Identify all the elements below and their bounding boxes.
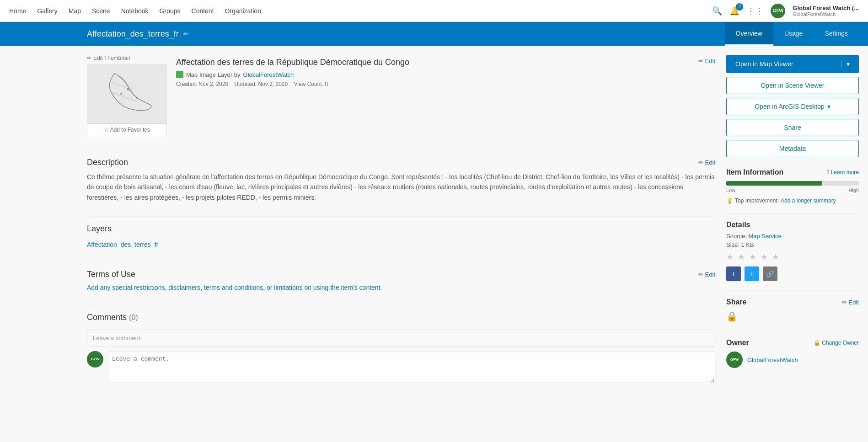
- notification-bell[interactable]: 🔔 2: [729, 6, 739, 16]
- svg-point-2: [136, 97, 138, 99]
- thumbnail-edit-link[interactable]: ✏ Edit Thumbnail: [87, 55, 167, 61]
- apps-grid-icon[interactable]: ⋮⋮: [747, 6, 763, 16]
- terms-link[interactable]: Add any special restrictions, disclaimer…: [87, 284, 382, 291]
- tab-overview[interactable]: Overview: [725, 22, 773, 46]
- nav-content[interactable]: Content: [192, 7, 214, 15]
- link-share-button[interactable]: 🔗: [763, 266, 777, 281]
- title-bar-tabs: Overview Usage Settings: [725, 22, 859, 46]
- divider-comments: [87, 305, 715, 305]
- progress-high-label: High: [848, 187, 859, 193]
- tab-usage[interactable]: Usage: [773, 22, 814, 46]
- item-edit-button[interactable]: ✏ Edit: [698, 58, 715, 64]
- author-link[interactable]: GlobalForestWatch: [243, 71, 294, 78]
- item-meta-top: Affectation des terres de la République …: [176, 58, 715, 87]
- svg-point-1: [127, 88, 129, 91]
- owner-info: GFW GlobalForestWatch: [726, 351, 859, 368]
- title-bar-left: Affectation_des_terres_fr ✏: [87, 29, 189, 39]
- share-button[interactable]: Share: [726, 119, 859, 136]
- progress-fill: [726, 181, 822, 186]
- learn-more-link[interactable]: ? Learn more: [826, 169, 859, 176]
- description-section: Description ✏ Edit Ce thème présente la …: [87, 150, 715, 202]
- terms-header: Terms of Use ✏ Edit: [87, 270, 715, 279]
- comments-section: Comments (0) Leave a comment. GFW: [87, 305, 715, 383]
- star-5[interactable]: ★: [772, 252, 780, 261]
- title-edit-icon[interactable]: ✏: [183, 30, 189, 37]
- star-4[interactable]: ★: [761, 252, 769, 261]
- nav-links: Home Gallery Map Scene Notebook Groups C…: [9, 7, 712, 15]
- lock-icon: 🔒: [726, 311, 738, 321]
- map-svg: [87, 64, 166, 123]
- item-type-label: Map Image Layer by: [186, 71, 241, 78]
- twitter-share-button[interactable]: t: [745, 266, 759, 281]
- rating-stars: ★ ★ ★ ★ ★: [726, 252, 859, 262]
- comment-input-area: GFW: [87, 351, 715, 383]
- user-display-name: Global Forest Watch (...: [793, 5, 859, 11]
- layers-section: Layers Affectation_des_terres_fr: [87, 216, 715, 248]
- star-1[interactable]: ★: [726, 252, 734, 261]
- open-arcgis-desktop-button[interactable]: Open in ArcGIS Desktop ▾: [726, 98, 859, 115]
- progress-low-label: Low: [726, 187, 735, 193]
- details-section: Details Source: Map Service Size: 1 KB ★…: [726, 213, 859, 281]
- owner-avatar: GFW: [726, 351, 743, 368]
- source-link[interactable]: Map Service: [748, 233, 781, 240]
- thumbnail-container: ✏ Edit Thumbnail: [87, 55, 167, 136]
- nav-notebook[interactable]: Notebook: [121, 7, 149, 15]
- comment-user-avatar: GFW: [87, 351, 103, 367]
- nav-organization[interactable]: Organization: [225, 7, 261, 15]
- sidebar: Open in Map Viewer ▾ Open in Scene Viewe…: [726, 55, 859, 397]
- change-owner-link[interactable]: 🔒 Change Owner: [814, 340, 859, 346]
- item-information-section: Item Information ? Learn more Low High 💡…: [726, 168, 859, 204]
- lightbulb-icon: 💡: [726, 197, 733, 204]
- description-title: Description: [87, 158, 128, 167]
- owner-header: Owner 🔒 Change Owner: [726, 339, 859, 347]
- owner-title: Owner: [726, 339, 749, 347]
- comments-count: (0): [129, 314, 138, 321]
- comment-textarea[interactable]: [108, 351, 715, 383]
- owner-section: Owner 🔒 Change Owner GFW GlobalForestWat…: [726, 331, 859, 368]
- dropdown-arrow-icon: ▾: [841, 60, 850, 68]
- main-layout: ✏ Edit Thumbnail: [0, 46, 868, 406]
- content-area: ✏ Edit Thumbnail: [87, 55, 715, 397]
- pencil-icon-small: ✏: [698, 58, 703, 64]
- pencil-icon-desc: ✏: [698, 159, 703, 166]
- item-quality-bar: [726, 181, 859, 186]
- avatar[interactable]: GFW: [771, 4, 785, 18]
- share-edit-button[interactable]: ✏ Edit: [842, 299, 859, 306]
- star-2[interactable]: ★: [738, 252, 746, 261]
- add-summary-link[interactable]: Add a longer summary: [781, 197, 836, 204]
- facebook-share-button[interactable]: f: [726, 266, 741, 281]
- comments-title: Comments (0): [87, 313, 715, 322]
- pencil-icon: ✏: [87, 55, 91, 61]
- divider: [87, 150, 715, 150]
- open-scene-viewer-button[interactable]: Open in Scene Viewer: [726, 77, 859, 94]
- title-bar: Affectation_des_terres_fr ✏ Overview Usa…: [0, 22, 868, 46]
- size-row: Size: 1 KB: [726, 241, 859, 248]
- notification-count: 2: [736, 3, 743, 11]
- add-to-favorites-button[interactable]: ☆ Add to Favorites: [87, 123, 167, 136]
- description-edit-button[interactable]: ✏ Edit: [698, 159, 715, 166]
- metadata-button[interactable]: Metadata: [726, 140, 859, 157]
- comment-placeholder[interactable]: Leave a comment.: [87, 330, 715, 346]
- item-header: ✏ Edit Thumbnail: [87, 55, 715, 136]
- search-icon[interactable]: 🔍: [712, 6, 722, 16]
- nav-map[interactable]: Map: [69, 7, 81, 15]
- nav-scene[interactable]: Scene: [92, 7, 110, 15]
- item-info-title: Item Information: [726, 168, 783, 176]
- star-3[interactable]: ★: [749, 252, 757, 261]
- terms-section: Terms of Use ✏ Edit Add any special rest…: [87, 262, 715, 291]
- terms-edit-button[interactable]: ✏ Edit: [698, 271, 715, 278]
- nav-home[interactable]: Home: [9, 7, 26, 15]
- nav-gallery[interactable]: Gallery: [37, 7, 57, 15]
- owner-name[interactable]: GlobalForestWatch: [747, 357, 798, 363]
- item-type-row: Map Image Layer by GlobalForestWatch: [176, 71, 409, 78]
- share-header: Share ✏ Edit: [726, 298, 859, 306]
- details-title: Details: [726, 221, 859, 229]
- tab-settings[interactable]: Settings: [814, 22, 859, 46]
- created-date: Created: Nov 2, 2020: [176, 81, 228, 87]
- layer-link[interactable]: Affectation_des_terres_fr: [87, 241, 158, 248]
- page-title: Affectation_des_terres_fr: [87, 29, 179, 39]
- progress-labels: Low High: [726, 187, 859, 193]
- nav-groups[interactable]: Groups: [160, 7, 181, 15]
- open-map-viewer-button[interactable]: Open in Map Viewer ▾: [726, 55, 859, 73]
- divider-share: [726, 290, 859, 291]
